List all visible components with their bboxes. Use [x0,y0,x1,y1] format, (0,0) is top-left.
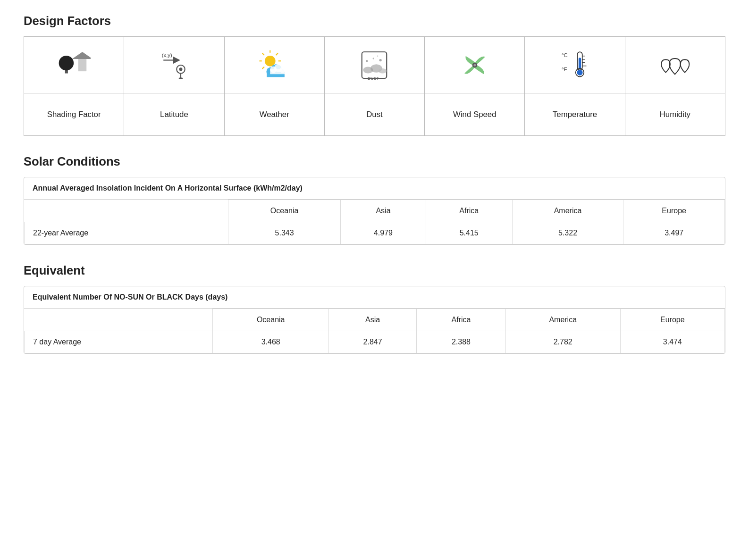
solar-conditions-title: Solar Conditions [24,155,725,168]
wind-label: Wind Speed [425,93,525,136]
design-factors-title: Design Factors [24,14,725,28]
svg-point-10 [179,77,183,79]
equivalent-row-oceania: 3.468 [213,331,329,353]
svg-point-3 [59,55,74,70]
svg-line-18 [262,67,264,68]
equivalent-header-oceania: Oceania [213,309,329,331]
equivalent-table-wrap: Equivalent Number Of NO-SUN Or BLACK Day… [24,286,725,354]
solar-header-oceania: Oceania [228,200,341,222]
svg-point-39 [473,64,476,66]
equivalent-row-label: 7 day Average [25,331,213,353]
latitude-icon: (x,y) [128,46,220,84]
solar-table-title: Annual Averaged Insolation Incident On A… [24,177,725,200]
solar-conditions-table-wrap: Annual Averaged Insolation Incident On A… [24,177,725,245]
svg-rect-27 [270,69,285,74]
solar-header-empty [25,200,228,222]
equivalent-header-america: America [505,309,620,331]
svg-text:°C: °C [562,52,568,58]
svg-point-34 [379,59,382,61]
humidity-icon [629,46,721,84]
temperature-icon-cell: °C °F [525,37,625,93]
temperature-icon: °C °F [529,46,621,84]
dust-icon-cell: DUST [324,37,424,93]
equivalent-header-africa: Africa [417,309,506,331]
solar-header-asia: Asia [341,200,426,222]
weather-icon [228,46,320,84]
svg-point-8 [179,67,182,71]
equivalent-row-asia: 2.847 [329,331,417,353]
svg-point-45 [577,69,582,75]
equivalent-header-row: Oceania Asia Africa America Europe [25,309,725,331]
equivalent-section: Equivalent Equivalent Number Of NO-SUN O… [24,264,725,354]
equivalent-row-africa: 2.388 [417,331,506,353]
shading-label: Shading Factor [24,93,124,136]
solar-header-row: Oceania Asia Africa America Europe [25,200,725,222]
equivalent-row-america: 2.782 [505,331,620,353]
wind-icon [429,46,521,84]
svg-point-32 [366,60,368,62]
svg-text:DUST: DUST [368,75,379,80]
equivalent-table: Oceania Asia Africa America Europe 7 day… [24,309,725,353]
humidity-icon-cell [625,37,725,93]
dust-icon: DUST [328,46,421,84]
svg-point-35 [377,55,379,57]
solar-data-row: 22-year Average 5.343 4.979 5.415 5.322 … [25,222,725,244]
shading-icon [28,46,120,84]
weather-label: Weather [224,93,324,136]
latitude-icon-cell: (x,y) [124,37,224,93]
solar-row-africa: 5.415 [426,222,512,244]
humidity-label: Humidity [625,93,725,136]
svg-point-11 [265,55,276,66]
solar-conditions-table: Oceania Asia Africa America Europe 22-ye… [24,200,725,244]
equivalent-header-europe: Europe [620,309,724,331]
svg-text:°F: °F [562,67,567,72]
dust-label: Dust [324,93,424,136]
solar-header-africa: Africa [426,200,512,222]
wind-icon-cell [425,37,525,93]
svg-marker-1 [72,52,90,59]
svg-line-17 [276,53,278,55]
solar-header-europe: Europe [623,200,725,222]
svg-point-31 [379,68,387,74]
equivalent-row-europe: 3.474 [620,331,724,353]
solar-row-europe: 3.497 [623,222,725,244]
shading-icon-cell [24,37,124,93]
solar-row-asia: 4.979 [341,222,426,244]
solar-row-america: 5.322 [512,222,623,244]
solar-row-label: 22-year Average [25,222,228,244]
solar-row-oceania: 5.343 [228,222,341,244]
svg-marker-0 [78,59,86,71]
svg-text:(x,y): (x,y) [162,52,172,58]
equivalent-data-row: 7 day Average 3.468 2.847 2.388 2.782 3.… [25,331,725,353]
svg-line-16 [262,53,264,55]
temperature-label: Temperature [525,93,625,136]
equivalent-header-asia: Asia [329,309,417,331]
weather-icon-cell [224,37,324,93]
svg-point-33 [373,58,375,59]
latitude-label: Latitude [124,93,224,136]
svg-rect-43 [579,58,581,69]
equivalent-title: Equivalent [24,264,725,277]
design-factors-table: (x,y) [24,36,725,136]
equivalent-table-title: Equivalent Number Of NO-SUN Or BLACK Day… [24,286,725,309]
solar-conditions-section: Solar Conditions Annual Averaged Insolat… [24,155,725,245]
equivalent-header-empty [25,309,213,331]
solar-header-america: America [512,200,623,222]
